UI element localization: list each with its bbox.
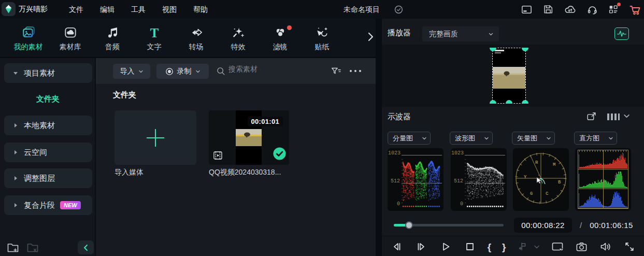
collapse-sidebar-button[interactable] [78,240,94,254]
quality-dropdown[interactable]: 完整画质 [422,26,499,41]
fullscreen-button[interactable] [623,240,636,253]
cart-icon[interactable] [629,3,641,16]
tab-label: 贴纸 [315,42,330,52]
scope-layout-icon[interactable] [607,113,620,121]
sidebar-item-folder[interactable]: 文件夹 [0,94,96,104]
caret-right-icon [12,122,24,129]
tab-filters[interactable]: 滤镜 [259,19,301,57]
sidebar-item-label: 复合片段 [24,201,55,210]
save-icon[interactable] [542,3,554,16]
import-button[interactable]: 导入 [113,64,150,79]
app-name: 万兴喵影 [19,5,48,14]
mark-in-button[interactable]: { [488,242,491,252]
next-frame-button[interactable] [414,240,428,253]
import-media-tile[interactable] [115,110,196,165]
scope-selector-waveform[interactable]: 波形图 [450,132,493,145]
record-button[interactable]: 录制 [156,64,209,79]
tab-stickers[interactable]: 贴纸 [301,19,343,57]
tab-audio[interactable]: 音频 [91,19,133,57]
video-clip-icon [212,150,223,161]
tab-label: 素材库 [60,42,81,52]
sidebar-item-adjustment-layer[interactable]: 调整图层 [4,168,92,188]
preview-video-selection[interactable] [492,48,526,104]
play-button[interactable] [439,240,452,253]
sidebar-item-cloud-space[interactable]: 云空间 [4,143,92,162]
scale-label: 0 [451,201,463,207]
menu-edit[interactable]: 编辑 [100,5,115,15]
saved-check-icon [394,5,403,14]
scope-selector-parade[interactable]: 分量图 [388,132,431,145]
pop-out-icon[interactable] [586,111,597,122]
filters-icon [273,25,288,40]
scope-selector-vectorscope[interactable]: 矢量图 [512,132,555,145]
media-tabbar: 我的素材 素材库 音频 T 文字 转场 特效 滤镜 贴纸 [0,19,376,58]
vectorscope-label-m: M [553,162,555,167]
vectorscope-label-c: C [546,191,548,196]
project-title[interactable]: 未命名项目 [344,5,380,15]
seek-slider-knob[interactable] [405,221,413,229]
tab-my-media[interactable]: 我的素材 [7,19,49,57]
sidebar-item-label: 调整图层 [24,174,55,183]
sidebar-item-label: 项目素材 [24,68,55,78]
scopes-chevron-icon[interactable] [623,113,630,119]
scope-toggle-button[interactable] [614,27,629,40]
tab-label: 我的素材 [14,42,43,52]
filter-icon[interactable] [330,66,341,76]
layout-icon[interactable] [520,3,533,16]
transitions-icon [189,25,204,40]
stop-button[interactable] [463,240,477,253]
group-title: 文件夹 [113,90,136,100]
apps-grid-icon[interactable] [607,3,620,16]
menu-tools[interactable]: 工具 [131,5,146,15]
filmora-window: 万兴喵影 文件 编辑 工具 视图 帮助 未命名项目 [0,0,644,256]
more-options-icon[interactable] [349,69,362,73]
support-headset-icon[interactable] [585,3,598,16]
cloud-sync-icon[interactable] [564,3,576,16]
chevron-down-icon [138,69,144,74]
volume-button[interactable] [599,240,612,253]
scale-label: 1023 [388,150,400,156]
selected-check-icon [273,147,287,161]
plus-icon [144,126,167,150]
tab-effects[interactable]: 特效 [217,19,259,57]
search-input[interactable] [228,65,322,73]
sidebar-item-local-media[interactable]: 本地素材 [4,116,92,135]
scope-selector-histogram[interactable]: 直方图 [574,132,617,145]
vectorscope-label-b: B [558,180,561,185]
sidebar-item-label: 云空间 [24,148,47,158]
selection-handle[interactable] [506,100,512,104]
histogram-frame [578,150,628,209]
more-tabs-chevron[interactable] [365,30,376,44]
menu-file[interactable]: 文件 [69,5,83,15]
preview-viewport [382,45,644,107]
previous-frame-button[interactable] [390,240,404,253]
sidebar-item-project-media[interactable]: 项目素材 [4,63,92,83]
selection-handle[interactable] [490,100,496,104]
tab-text[interactable]: T 文字 [133,19,175,57]
new-badge: NEW [60,201,81,209]
snapshot-button[interactable] [575,240,588,253]
parade-canvas [402,150,442,209]
clip-duration-badge: 00:01:01 [248,117,283,126]
selection-handle[interactable] [522,100,528,104]
display-device-button[interactable] [551,240,564,253]
tab-stock-media[interactable]: 素材库 [49,19,91,57]
chevron-down-icon [195,69,201,74]
sidebar-item-label: 本地素材 [24,121,55,131]
sidebar-item-compound-clip[interactable]: 复合片段 NEW [4,195,92,215]
video-frame [493,67,525,89]
new-folder-icon[interactable] [6,240,20,254]
tab-transitions[interactable]: 转场 [175,19,217,57]
menu-help[interactable]: 帮助 [193,5,208,15]
media-clip-tile[interactable]: 00:01:01 [209,110,289,165]
library-sidebar: 项目素材 文件夹 本地素材 云空间 调整图层 复合片段 NEW [0,58,96,256]
mark-out-button[interactable]: } [502,242,506,252]
delete-folder-icon[interactable] [26,240,39,254]
import-button-label: 导入 [120,67,135,76]
selection-handle[interactable] [522,48,528,51]
menu-view[interactable]: 视图 [162,5,177,15]
vectorscope-label-g: G [530,191,533,196]
total-time: 00:01:06:15 [590,221,633,230]
tab-label: 文字 [147,42,162,52]
tab-label: 音频 [105,42,120,52]
